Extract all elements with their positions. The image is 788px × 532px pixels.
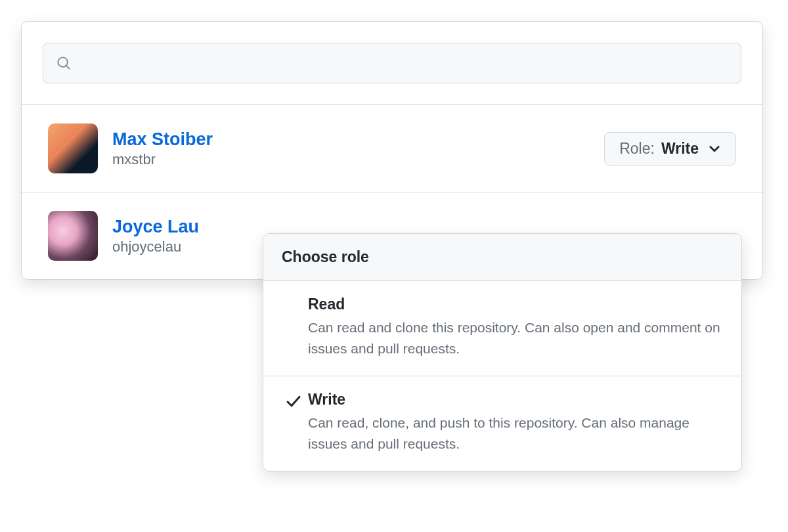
dropdown-header: Choose role xyxy=(263,234,741,281)
option-title: Read xyxy=(308,296,726,313)
role-selector-button[interactable]: Role: Write xyxy=(604,132,736,166)
option-description: Can read, clone, and push to this reposi… xyxy=(308,412,726,454)
role-option-write[interactable]: Write Can read, clone, and push to this … xyxy=(263,376,741,471)
search-input[interactable] xyxy=(71,56,728,70)
search-section xyxy=(22,22,762,104)
user-handle: mxstbr xyxy=(112,151,604,168)
user-info: Max Stoiber mxstbr xyxy=(112,129,604,168)
check-icon xyxy=(286,393,301,409)
role-value: Write xyxy=(661,140,699,158)
user-row: Max Stoiber mxstbr Role: Write xyxy=(22,104,762,192)
option-description: Can read and clone this repository. Can … xyxy=(308,317,726,359)
option-content: Read Can read and clone this repository.… xyxy=(308,296,726,359)
avatar xyxy=(48,211,98,261)
check-slot xyxy=(279,296,308,298)
chevron-down-icon xyxy=(708,142,721,155)
role-dropdown: Choose role Read Can read and clone this… xyxy=(263,233,742,472)
search-wrapper[interactable] xyxy=(43,43,741,83)
option-content: Write Can read, clone, and push to this … xyxy=(308,391,726,454)
role-option-read[interactable]: Read Can read and clone this repository.… xyxy=(263,281,741,376)
check-slot xyxy=(279,391,308,409)
user-name-link[interactable]: Max Stoiber xyxy=(112,129,604,150)
role-label: Role: xyxy=(619,140,655,158)
search-icon xyxy=(56,56,71,70)
option-title: Write xyxy=(308,391,726,409)
avatar xyxy=(48,123,98,173)
